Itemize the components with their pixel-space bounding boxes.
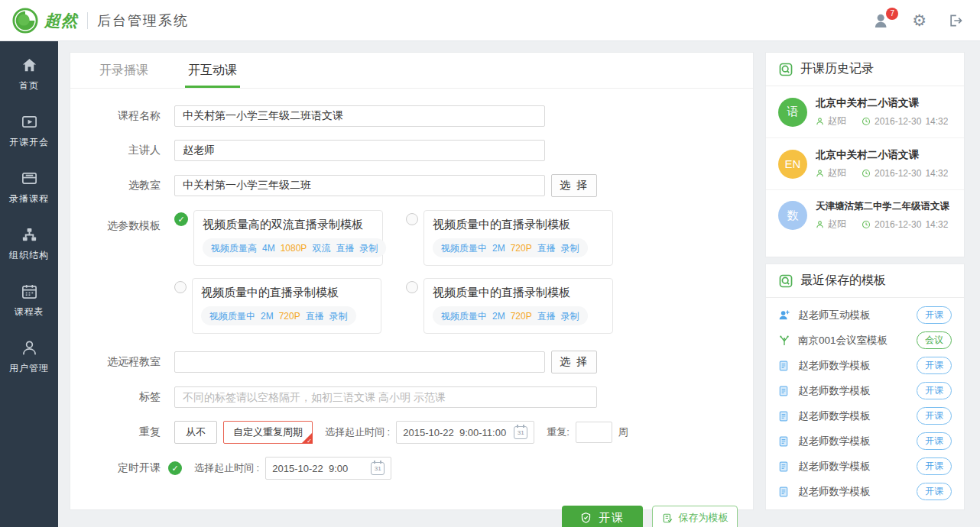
- document-icon: [778, 435, 789, 448]
- param-template-label: 选参数模板: [87, 219, 161, 233]
- clock-icon: [862, 169, 871, 178]
- course-form-panel: 开录播课 开互动课 课程名称 主讲人 选教室 选 择 选参数模板: [70, 52, 754, 510]
- remote-classroom-input[interactable]: [174, 351, 545, 373]
- user-notification-icon[interactable]: 7: [874, 13, 891, 28]
- open-class-pill-button[interactable]: 开课: [917, 457, 952, 475]
- history-item[interactable]: 数 天津塘沽第二中学二年级语文课 赵阳 2016-12-30 14:32: [766, 190, 964, 241]
- template-option-1: 视频质量高的双流直播录制模板 视频质量高4M1080P双流直播录制: [174, 210, 383, 266]
- template-card[interactable]: 视频质量中的直播录制模板 视频质量中2M720P直播录制: [423, 210, 613, 266]
- repeat-label: 重复: [87, 425, 161, 439]
- meeting-pill-button[interactable]: 会议: [917, 331, 952, 349]
- scheduled-row: 定时开课 选择起止时间 : 2015-10-22 9:00 31: [87, 457, 753, 480]
- repeat-date-picker[interactable]: 2015-10-22 9:00-11:00 31: [396, 421, 534, 444]
- sidebar-item-user-management[interactable]: 用户管理: [0, 339, 58, 375]
- radio-unselected-icon[interactable]: [406, 213, 418, 225]
- subject-avatar: 数: [778, 201, 807, 230]
- template-option-4: 视频质量中的直播录制模板 视频质量中2M720P直播录制: [406, 278, 613, 334]
- tags-input[interactable]: [174, 386, 597, 408]
- person-plus-icon: [778, 309, 791, 321]
- scheduled-check-icon[interactable]: [168, 461, 182, 475]
- template-card[interactable]: 视频质量高的双流直播录制模板 视频质量高4M1080P双流直播录制: [193, 210, 383, 266]
- history-item[interactable]: 语 北京中关村二小语文课 赵阳 2016-12-30 14:32: [766, 86, 964, 138]
- scheduled-label: 定时开课: [87, 461, 161, 475]
- open-class-pill-button[interactable]: 开课: [917, 357, 952, 374]
- notification-badge: 7: [886, 8, 898, 20]
- class-history-panel: 开课历史记录 语 北京中关村二小语文课 赵阳 2016-12-30 14:32 …: [765, 52, 965, 257]
- logout-icon[interactable]: [948, 13, 963, 28]
- open-class-pill-button[interactable]: 开课: [917, 306, 952, 324]
- sidebar-item-home[interactable]: 首页: [0, 57, 58, 92]
- document-icon: [778, 385, 789, 397]
- document-icon: [778, 486, 789, 498]
- remote-classroom-choose-button[interactable]: 选 择: [551, 351, 597, 373]
- template-tags: 视频质量中2M720P直播录制: [433, 306, 588, 325]
- classroom-choose-button[interactable]: 选 择: [551, 174, 597, 197]
- shield-check-icon: [580, 512, 592, 524]
- home-icon: [21, 57, 38, 74]
- app-header: 超然 后台管理系统 7 ⚙: [0, 0, 980, 41]
- radio-selected-icon[interactable]: [174, 212, 188, 226]
- org-icon: [21, 226, 38, 244]
- start-class-button[interactable]: 开课: [562, 506, 643, 527]
- saved-template-row: 赵老师数学模板 开课: [778, 353, 952, 378]
- saved-template-row: 赵老师数学模板 开课: [778, 378, 952, 403]
- brand-name: 超然: [44, 10, 78, 31]
- open-class-pill-button[interactable]: 开课: [917, 483, 952, 500]
- template-option-2: 视频质量中的直播录制模板 视频质量中2M720P直播录制: [406, 210, 613, 266]
- template-card[interactable]: 视频质量中的直播录制模板 视频质量中2M720P直播录制: [423, 278, 613, 334]
- param-template-row: 选参数模板 视频质量高的双流直播录制模板 视频质量高4M1080P双流直播录制 …: [87, 210, 753, 334]
- history-panel-icon: [778, 62, 793, 77]
- sidebar-nav: 首页 开课开会 录播课程 组织结构 课程表 用户管理: [0, 41, 58, 527]
- settings-gear-icon[interactable]: ⚙: [912, 12, 926, 28]
- person-icon: [816, 220, 824, 229]
- sidebar-item-recorded-courses[interactable]: 录播课程: [0, 170, 58, 205]
- clock-icon: [862, 220, 871, 229]
- open-class-pill-button[interactable]: 开课: [917, 432, 952, 450]
- saved-template-row: 赵老师互动模板 开课: [778, 302, 952, 328]
- person-icon: [816, 117, 824, 126]
- scheduled-date-picker[interactable]: 2015-10-22 9:00 31: [265, 457, 391, 480]
- course-name-input[interactable]: [174, 105, 545, 127]
- open-class-pill-button[interactable]: 开课: [917, 407, 952, 425]
- saved-template-row: 赵老师数学模板 开课: [778, 403, 952, 428]
- lecturer-input[interactable]: [174, 140, 545, 161]
- saved-templates-panel: 最近保存的模板 赵老师互动模板 开课 南京001会议室模板 会议 赵老师数学模板…: [765, 264, 965, 510]
- radio-unselected-icon[interactable]: [406, 281, 418, 293]
- subject-avatar: 语: [778, 98, 807, 127]
- tab-interactive-class[interactable]: 开互动课: [188, 63, 237, 88]
- template-tags: 视频质量中2M720P直播录制: [433, 238, 588, 257]
- recorder-icon: [21, 170, 38, 187]
- repeat-count-input[interactable]: [576, 422, 612, 443]
- sidebar-item-timetable[interactable]: 课程表: [0, 283, 58, 318]
- save-as-template-button[interactable]: 保存为模板: [652, 506, 738, 527]
- open-class-pill-button[interactable]: 开课: [917, 382, 952, 399]
- corner-check-icon: [307, 438, 312, 445]
- saved-template-row: 南京001会议室模板 会议: [778, 328, 952, 353]
- saved-template-row: 赵老师数学模板 开课: [778, 479, 952, 504]
- video-icon: [21, 113, 38, 131]
- remote-classroom-label: 选远程教室: [87, 355, 161, 369]
- save-template-icon: [662, 512, 673, 524]
- brand-logo: 超然 后台管理系统: [12, 8, 189, 34]
- person-icon: [816, 169, 824, 178]
- classroom-input[interactable]: [174, 175, 545, 196]
- subject-avatar: EN: [778, 150, 807, 179]
- template-card[interactable]: 视频质量中的直播录制模板 视频质量中2M720P直播录制: [192, 278, 381, 334]
- tab-recorded-class[interactable]: 开录播课: [99, 63, 148, 88]
- sidebar-item-start-class[interactable]: 开课开会: [0, 113, 58, 149]
- document-icon: [778, 360, 789, 372]
- repeat-never-button[interactable]: 从不: [174, 421, 217, 444]
- sidebar-item-organization[interactable]: 组织结构: [0, 226, 58, 262]
- remote-classroom-row: 选远程教室 选 择: [87, 351, 753, 373]
- form-actions: 开课 保存为模板: [70, 506, 738, 527]
- templates-panel-title: 最近保存的模板: [800, 273, 886, 289]
- course-name-row: 课程名称: [87, 105, 753, 127]
- history-item[interactable]: EN 北京中关村二小语文课 赵阳 2016-12-30 14:32: [766, 138, 964, 190]
- radio-unselected-icon[interactable]: [174, 281, 187, 293]
- tags-row: 标签: [87, 386, 753, 408]
- saved-template-row: 赵老师数学模板 开课: [778, 454, 952, 479]
- repeat-unit-label: 周: [618, 425, 628, 439]
- tab-bar: 开录播课 开互动课: [70, 53, 753, 89]
- repeat-custom-button[interactable]: 自定义重复周期: [223, 421, 313, 444]
- user-icon: [21, 339, 38, 357]
